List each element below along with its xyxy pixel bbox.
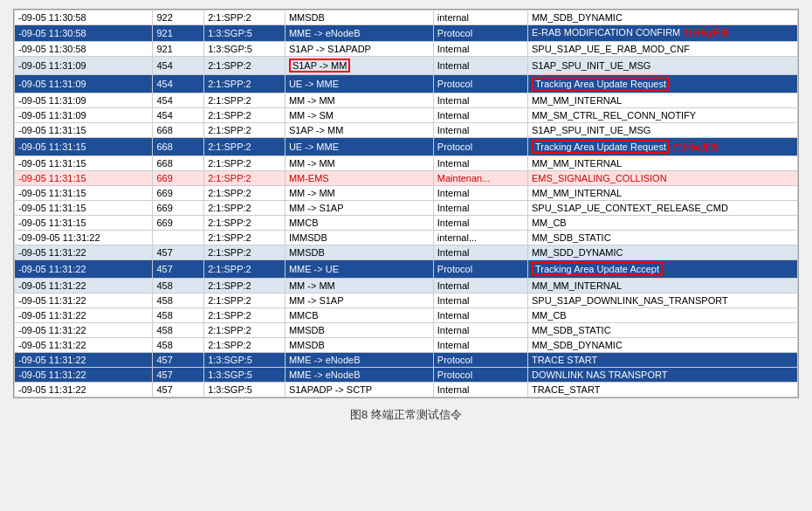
- table-row: -09-05 11:31:224582:1:SPP:2MMSDBInternal…: [15, 338, 798, 353]
- table-row: -09-05 11:31:224571:3:SGP:5MME -> eNodeB…: [15, 353, 798, 368]
- table-row: -09-05 11:31:224571:3:SGP:5S1APADP -> SC…: [15, 383, 798, 397]
- table-row: -09-05 11:31:156692:1:SPP:2MMCBInternalM…: [15, 216, 798, 231]
- table-row: -09-05 11:31:224582:1:SPP:2MMCBInternalM…: [15, 308, 798, 323]
- table-row: -09-05 11:31:224582:1:SPP:2MM -> MMInter…: [15, 279, 798, 293]
- table-row: -09-05 11:31:156692:1:SPP:2MM -> S1APInt…: [15, 201, 798, 216]
- table-row: -09-05 11:31:156692:1:SPP:2MM-EMSMainten…: [15, 171, 798, 186]
- table-row: -09-05 11:30:589211:3:SGP:5MME -> eNodeB…: [15, 25, 798, 42]
- table-row: -09-05 11:31:224582:1:SPP:2MM -> S1APInt…: [15, 293, 798, 308]
- table-row: -09-05 11:30:589211:3:SGP:5S1AP -> S1APA…: [15, 42, 798, 57]
- table-row: -09-05 11:31:156682:1:SPP:2UE -> MMEProt…: [15, 138, 798, 156]
- table-row: -09-05 11:31:156692:1:SPP:2MM -> MMInter…: [15, 186, 798, 201]
- table-row: -09-05 11:31:094542:1:SPP:2MM -> SMInter…: [15, 108, 798, 123]
- table-row: -09-05 11:31:094542:1:SPP:2MM -> MMInter…: [15, 93, 798, 108]
- table-row: -09-05 11:31:224582:1:SPP:2MMSDBInternal…: [15, 323, 798, 338]
- table-row: -09-09-05 11:31:222:1:SPP:2IMMSDBinterna…: [15, 231, 798, 245]
- signal-table: -09-05 11:30:589222:1:SPP:2MMSDBinternal…: [13, 9, 799, 398]
- table-row: -09-05 11:31:156682:1:SPP:2MM -> MMInter…: [15, 156, 798, 171]
- table-row: -09-05 11:31:094542:1:SPP:2UE -> MMEProt…: [15, 75, 798, 93]
- table-row: -09-05 11:31:094542:1:SPP:2S1AP -> MMInt…: [15, 57, 798, 75]
- table-row: -09-05 11:31:224572:1:SPP:2MME -> UEProt…: [15, 260, 798, 279]
- figure-caption: 图8 终端正常测试信令: [350, 407, 462, 423]
- table-row: -09-05 11:31:224572:1:SPP:2MMSDBInternal…: [15, 245, 798, 260]
- table-row: -09-05 11:31:224571:3:SGP:5MME -> eNodeB…: [15, 368, 798, 383]
- table-row: -09-05 11:30:589222:1:SPP:2MMSDBinternal…: [15, 10, 798, 25]
- table-row: -09-05 11:31:156682:1:SPP:2S1AP -> MMInt…: [15, 123, 798, 138]
